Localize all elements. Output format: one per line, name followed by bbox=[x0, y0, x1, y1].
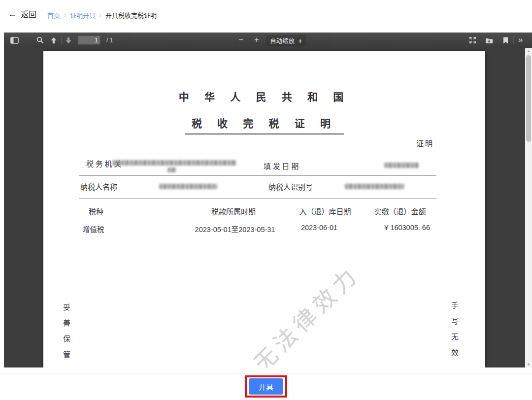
sidebar-toggle-icon[interactable] bbox=[8, 34, 21, 46]
watermark-text: 无法律效力 bbox=[245, 257, 366, 367]
scroll-down-icon[interactable]: ▼ bbox=[525, 362, 532, 367]
scrollbar-thumb[interactable] bbox=[526, 55, 531, 142]
col-header-tax-type: 税种 bbox=[89, 206, 103, 216]
breadcrumb-separator: › bbox=[64, 12, 66, 19]
col-header-amount: 实缴（退）金额 bbox=[374, 206, 426, 216]
title-certificate: 税 收 完 税 证 明 bbox=[185, 113, 344, 134]
breadcrumb: 首页 › 证明开具 › 开具税收完税证明 bbox=[47, 10, 157, 20]
issue-button[interactable]: 开具 bbox=[249, 378, 283, 395]
back-label: 返回 bbox=[21, 8, 36, 20]
presentation-mode-icon[interactable] bbox=[466, 34, 479, 46]
back-button[interactable]: ← 返回 bbox=[8, 8, 36, 20]
zoom-out-button[interactable]: − bbox=[235, 35, 246, 44]
open-file-icon[interactable] bbox=[483, 34, 496, 46]
toolbar-divider bbox=[513, 36, 514, 44]
tax-certificate-page: 中 华 人 民 共 和 国 税 收 完 税 证 明 证明 税 务 机 关 填 发… bbox=[43, 51, 485, 367]
scroll-up-icon[interactable]: ▲ bbox=[525, 48, 532, 54]
agency-value-redacted-line2 bbox=[167, 167, 176, 172]
taxpayer-name-redacted bbox=[159, 184, 217, 189]
red-highlight-box: 开具 bbox=[245, 375, 287, 398]
cell-entry-date: 2023-06-01 bbox=[301, 224, 337, 232]
pdf-canvas-area: 中 华 人 民 共 和 国 税 收 完 税 证 明 证明 税 务 机 关 填 发… bbox=[4, 48, 532, 367]
taxpayer-name-label: 纳税人名称 bbox=[80, 181, 117, 192]
cell-tax-type: 增值税 bbox=[83, 224, 104, 234]
keep-safely-note: 妥善保管 bbox=[61, 303, 71, 367]
pdf-toolbar: / 1 − + 自动缩放 ▲ ▼ bbox=[4, 33, 532, 48]
col-header-period: 税款所属时期 bbox=[211, 206, 256, 216]
select-arrows-icon: ▲ ▼ bbox=[299, 38, 302, 43]
cell-amount: ¥ 1603005. 66 bbox=[384, 224, 430, 232]
search-icon[interactable] bbox=[33, 34, 46, 46]
taxpayer-id-label: 纳税人识别号 bbox=[268, 181, 313, 192]
breadcrumb-separator: › bbox=[100, 12, 101, 19]
breadcrumb-home[interactable]: 首页 bbox=[47, 10, 60, 20]
fill-date-value-redacted bbox=[384, 163, 419, 168]
horizontal-rule bbox=[79, 175, 436, 176]
title-country: 中 华 人 民 共 和 国 bbox=[43, 89, 485, 103]
horizontal-rule bbox=[79, 198, 436, 199]
vertical-scrollbar[interactable]: ▲ ▼ bbox=[525, 48, 532, 367]
cell-period: 2023-05-01至2023-05-31 bbox=[195, 224, 275, 234]
doc-type-label: 证明 bbox=[416, 138, 434, 148]
certificate-title: 中 华 人 民 共 和 国 税 收 完 税 证 明 bbox=[43, 89, 485, 134]
pdf-viewer: / 1 − + 自动缩放 ▲ ▼ bbox=[4, 33, 532, 367]
more-tools-icon[interactable]: » bbox=[515, 35, 526, 45]
page-count-label: / 1 bbox=[106, 37, 113, 44]
zoom-mode-label: 自动缩放 bbox=[270, 36, 295, 45]
handwriting-invalid-note: 手写无效 bbox=[449, 301, 460, 365]
bookmark-icon[interactable] bbox=[499, 34, 512, 46]
top-header: ← 返回 首页 › 证明开具 › 开具税收完税证明 bbox=[0, 0, 532, 33]
page-number-input[interactable] bbox=[78, 35, 100, 45]
back-arrow-icon: ← bbox=[8, 9, 17, 18]
taxpayer-id-redacted bbox=[345, 184, 404, 189]
col-header-entry-date: 入（退）库日期 bbox=[299, 206, 351, 216]
breadcrumb-current: 开具税收完税证明 bbox=[105, 10, 157, 20]
zoom-in-button[interactable]: + bbox=[251, 35, 262, 44]
breadcrumb-cert-issue[interactable]: 证明开具 bbox=[70, 10, 96, 20]
fill-date-label: 填 发 日 期 bbox=[264, 161, 299, 171]
agency-value-redacted bbox=[112, 160, 236, 166]
previous-page-icon[interactable] bbox=[47, 34, 60, 46]
next-page-icon[interactable] bbox=[62, 34, 75, 46]
toolbar-divider bbox=[61, 36, 62, 44]
footer-divider bbox=[0, 373, 532, 373]
page: ← 返回 首页 › 证明开具 › 开具税收完税证明 bbox=[0, 0, 532, 400]
zoom-mode-select[interactable]: 自动缩放 ▲ ▼ bbox=[266, 35, 306, 46]
